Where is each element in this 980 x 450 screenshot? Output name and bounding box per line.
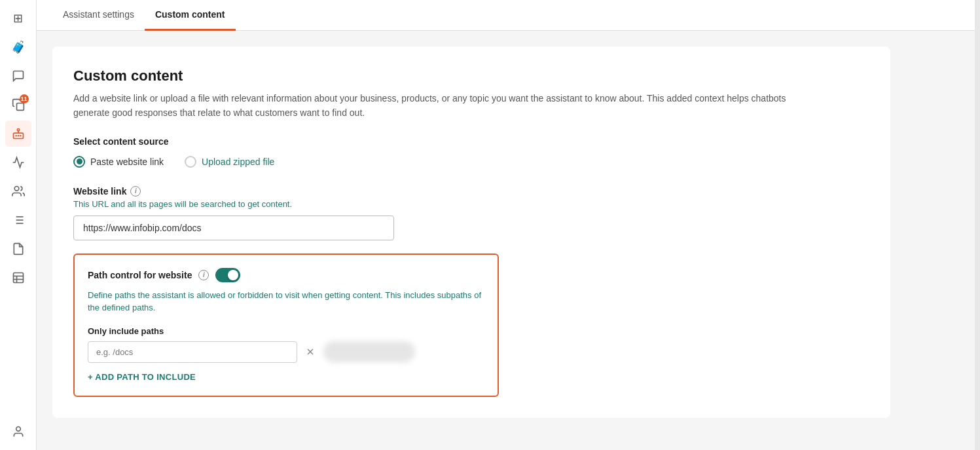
only-include-label: Only include paths	[88, 326, 484, 336]
user-icon[interactable]	[5, 419, 31, 445]
path-include-input[interactable]	[88, 341, 297, 363]
copy-badge: 11	[20, 94, 29, 103]
radio-upload-zip-label: Upload zipped file	[202, 157, 274, 167]
radio-paste-link-circle	[73, 156, 85, 168]
svg-rect-14	[13, 273, 23, 283]
website-link-section: Website link i This URL and all its page…	[73, 186, 869, 240]
path-control-title: Path control for website	[88, 270, 192, 280]
path-input-row	[88, 341, 484, 363]
svg-point-18	[16, 427, 20, 432]
path-control-header: Path control for website i	[88, 268, 484, 282]
table-icon[interactable]	[5, 265, 31, 291]
radio-paste-link[interactable]: Paste website link	[73, 156, 164, 168]
chat-icon[interactable]	[5, 63, 31, 89]
svg-point-2	[17, 129, 19, 131]
main-content: Assistant settings Custom content Custom…	[37, 0, 975, 450]
copy-icon[interactable]: 11	[5, 92, 31, 118]
content-source-radio-group: Paste website link Upload zipped file	[73, 156, 869, 168]
path-control-info-icon[interactable]: i	[198, 270, 209, 280]
select-source-label: Select content source	[73, 136, 869, 147]
tab-custom-content[interactable]: Custom content	[145, 0, 236, 31]
page-title: Custom content	[73, 67, 869, 84]
page-description: Add a website link or upload a file with…	[73, 91, 793, 121]
grid-icon[interactable]: ⊞	[5, 5, 31, 31]
path-control-box: Path control for website i Define paths …	[73, 253, 499, 397]
sidebar: ⊞ 🧳 11	[0, 0, 37, 450]
bot-icon[interactable]	[5, 121, 31, 147]
analytics-icon[interactable]	[5, 149, 31, 176]
briefcase-icon[interactable]: 🧳	[5, 34, 31, 60]
website-link-hint: This URL and all its pages will be searc…	[73, 199, 869, 209]
svg-point-7	[14, 187, 19, 191]
radio-upload-zip-circle	[185, 156, 196, 168]
website-link-input[interactable]	[73, 216, 394, 240]
scrollbar[interactable]	[975, 0, 980, 450]
add-path-link[interactable]: + ADD PATH TO INCLUDE	[88, 372, 196, 382]
audit-icon[interactable]	[5, 236, 31, 262]
page-content: Custom content Add a website link or upl…	[37, 31, 975, 450]
website-link-label: Website link i	[73, 186, 869, 197]
radio-paste-link-label: Paste website link	[90, 157, 164, 167]
path-control-description: Define paths the assistant is allowed or…	[88, 289, 484, 314]
svg-rect-0	[16, 103, 24, 111]
list-icon[interactable]	[5, 207, 31, 233]
tab-bar: Assistant settings Custom content	[37, 0, 975, 31]
radio-upload-zip[interactable]: Upload zipped file	[185, 156, 274, 168]
people-icon[interactable]	[5, 178, 31, 204]
blurred-content	[323, 341, 415, 362]
clear-path-button[interactable]	[302, 344, 318, 360]
website-link-info-icon[interactable]: i	[130, 186, 141, 197]
content-card: Custom content Add a website link or upl…	[52, 47, 890, 418]
path-control-toggle[interactable]	[215, 268, 240, 282]
tab-assistant-settings[interactable]: Assistant settings	[52, 0, 145, 31]
